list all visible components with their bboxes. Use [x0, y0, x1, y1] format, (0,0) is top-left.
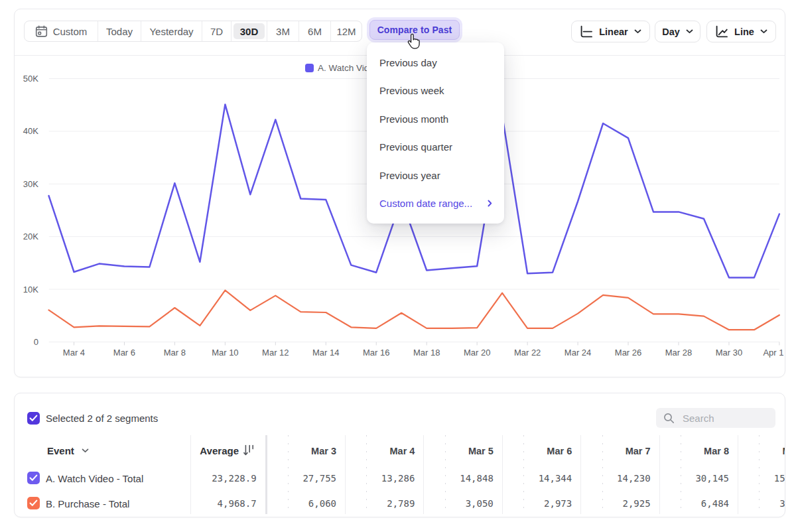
pinned-column-divider: [265, 435, 267, 514]
x-axis-label: Mar 28: [665, 348, 692, 358]
column-divider: [502, 435, 503, 514]
x-axis-label: Mar 24: [564, 348, 591, 358]
date-column-header: Mar 8: [704, 446, 729, 456]
date-range-segment-today[interactable]: Today: [98, 21, 141, 41]
linear-scale-icon: [580, 25, 593, 38]
x-axis-label: Mar 8: [164, 348, 186, 358]
value-cell: 15,200: [774, 473, 785, 484]
date-range-segment-12m[interactable]: 12M: [330, 21, 362, 41]
date-range-segment-30d[interactable]: 30D: [231, 21, 267, 41]
menu-item-label: Previous quarter: [379, 141, 452, 153]
hand-cursor-icon: [405, 33, 421, 53]
date-column-header: Mar 3: [311, 446, 336, 456]
row-checkbox[interactable]: [27, 472, 40, 484]
menu-item-previous-quarter[interactable]: Previous quarter: [367, 133, 504, 162]
interval-dropdown-button[interactable]: Day: [655, 21, 700, 42]
scale-dropdown-button[interactable]: Linear: [571, 21, 650, 42]
date-column-header: Mar 6: [547, 446, 572, 456]
date-range-control: CustomTodayYesterday7D30D3M6M12M: [24, 21, 362, 42]
column-subdivider: [445, 435, 446, 514]
value-cell: 2,789: [387, 498, 415, 509]
value-cell: 14,848: [460, 473, 494, 484]
date-column-header: Mar 9: [783, 446, 786, 456]
value-cell: 3,050: [466, 498, 494, 509]
column-subdivider: [288, 435, 289, 514]
y-axis-label: 30K: [23, 179, 38, 189]
date-range-segment-label: Today: [106, 26, 133, 37]
search-input[interactable]: Search: [656, 408, 775, 428]
event-column-header[interactable]: Event: [47, 445, 89, 456]
search-icon: [663, 413, 675, 424]
scale-button-label: Linear: [599, 27, 628, 37]
chevron-down-icon: [686, 29, 693, 34]
y-axis-label: 50K: [23, 74, 38, 84]
date-column-header: Mar 7: [626, 446, 651, 456]
column-divider: [423, 435, 424, 514]
average-column-header[interactable]: Average: [200, 444, 254, 456]
compare-to-past-menu: Previous dayPrevious weekPrevious monthP…: [367, 42, 504, 224]
date-range-segment-7d[interactable]: 7D: [202, 21, 231, 41]
y-axis-label: 10K: [23, 285, 38, 295]
chart-type-dropdown-button[interactable]: Line: [706, 21, 776, 42]
y-axis-label: 0: [34, 337, 38, 347]
x-axis-label: Mar 6: [113, 348, 135, 358]
menu-item-label: Previous year: [379, 170, 440, 181]
x-axis-label: Mar 4: [63, 348, 85, 358]
menu-item-label: Previous day: [379, 57, 437, 68]
average-cell: 4,968.7: [218, 498, 257, 509]
y-axis-label: 40K: [23, 126, 38, 136]
menu-item-custom-date-range[interactable]: Custom date range...: [367, 190, 504, 218]
chevron-down-icon: [82, 448, 89, 453]
value-cell: 3,100: [779, 498, 785, 509]
date-range-segment-yesterday[interactable]: Yesterday: [141, 21, 202, 41]
selected-summary-label: Selected 2 of 2 segments: [46, 413, 158, 424]
column-divider: [738, 435, 738, 514]
date-range-segment-custom[interactable]: Custom: [25, 21, 98, 41]
date-range-segment-label: 6M: [308, 26, 322, 37]
row-label: B. Purchase - Total: [46, 498, 129, 509]
column-subdivider: [523, 435, 524, 514]
x-axis-label: Mar 14: [312, 348, 339, 358]
chevron-down-icon: [760, 29, 767, 34]
date-range-segment-6m[interactable]: 6M: [298, 21, 330, 41]
date-range-segment-label: 7D: [210, 26, 223, 37]
event-header-label: Event: [47, 445, 74, 456]
menu-item-label: Previous month: [379, 113, 448, 125]
menu-item-previous-day[interactable]: Previous day: [367, 48, 504, 77]
menu-item-previous-month[interactable]: Previous month: [367, 105, 504, 133]
x-axis-label: Mar 26: [615, 348, 641, 358]
x-axis-label: Mar 22: [514, 348, 541, 358]
date-range-segment-3m[interactable]: 3M: [267, 21, 298, 41]
value-cell: 2,973: [544, 498, 572, 509]
chevron-right-icon: [488, 200, 492, 207]
x-axis-label: Mar 16: [363, 348, 389, 358]
date-column-header: Mar 4: [390, 446, 415, 456]
legend-swatch: [305, 64, 314, 72]
average-header-label: Average: [200, 445, 239, 456]
date-range-segment-label: 12M: [336, 26, 356, 37]
value-cell: 27,755: [302, 473, 336, 484]
sort-descending-icon: [243, 444, 254, 456]
row-checkbox[interactable]: [27, 497, 40, 509]
chart-type-button-label: Line: [734, 27, 754, 37]
menu-item-label: Previous week: [379, 85, 444, 96]
line-chart-icon: [715, 25, 728, 38]
date-range-segment-label: 30D: [240, 26, 259, 37]
x-axis-label: Mar 12: [262, 348, 289, 358]
menu-item-previous-year[interactable]: Previous year: [367, 161, 504, 190]
series-line-b: [49, 291, 779, 330]
value-cell: 30,145: [695, 473, 729, 484]
date-range-segment-label: Yesterday: [149, 26, 193, 37]
average-cell: 23,228.9: [212, 473, 256, 484]
date-range-segment-label: Custom: [53, 26, 88, 37]
calendar-icon: [35, 25, 48, 38]
interval-button-label: Day: [662, 27, 680, 37]
x-axis-label: Mar 30: [716, 348, 742, 358]
column-subdivider: [602, 435, 603, 514]
column-divider: [190, 435, 191, 514]
column-divider: [345, 435, 346, 514]
menu-item-previous-week[interactable]: Previous week: [367, 77, 504, 105]
chevron-down-icon: [634, 29, 641, 34]
select-all-checkbox[interactable]: [27, 412, 40, 425]
row-label: A. Watch Video - Total: [46, 473, 143, 484]
